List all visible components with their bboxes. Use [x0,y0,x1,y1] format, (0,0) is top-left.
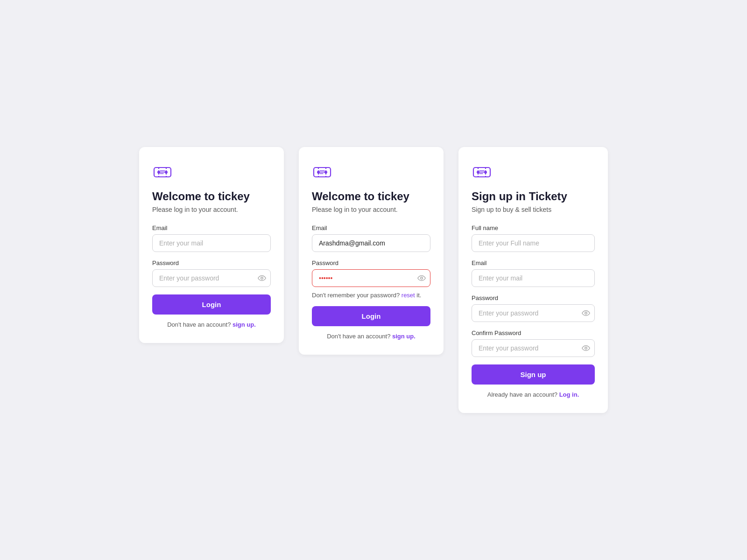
card-footer: Don't have an account? sign up. [152,321,271,328]
card-title: Sign up in Tickety [472,190,595,203]
ticket-icon [312,162,332,182]
svg-point-9 [477,171,479,174]
input-confirm-password[interactable] [472,339,595,357]
card-footer: Already have an account? Log in. [472,391,595,398]
toggle-password-button[interactable] [582,309,590,317]
card-subtitle: Please log in to your account. [152,206,271,213]
label-email-error: Email [312,224,430,231]
svg-point-5 [317,171,320,174]
label-password-signup: Password [472,294,595,301]
footer-link[interactable]: sign up. [392,333,416,340]
input-email-clean[interactable] [152,234,271,252]
input-wrapper-email-error [312,234,430,252]
input-wrapper-password-clean [152,269,271,287]
footer-link[interactable]: sign up. [233,321,256,328]
form-group-email-clean: Email [152,224,271,252]
label-fullname: Full name [472,224,595,231]
label-confirm-password: Confirm Password [472,329,595,336]
toggle-password-button[interactable] [258,274,266,282]
login-error-button[interactable]: Login [312,306,430,326]
input-email-signup[interactable] [472,269,595,287]
form-group-password-error: Password [312,259,430,287]
input-wrapper-fullname [472,234,595,252]
toggle-password-button[interactable] [417,274,426,282]
toggle-password-button[interactable] [582,344,590,352]
label-password-error: Password [312,259,430,266]
svg-point-3 [261,277,263,280]
footer-link[interactable]: Log in. [559,391,579,398]
card-footer: Don't have an account? sign up. [312,333,430,340]
ticket-icon [152,162,173,182]
form-group-email-signup: Email [472,259,595,287]
input-password-clean[interactable] [152,269,271,287]
input-fullname[interactable] [472,234,595,252]
svg-point-7 [421,277,423,280]
card-title: Welcome to tickey [152,190,271,203]
input-wrapper-password-signup [472,304,595,322]
input-password-error[interactable] [312,269,430,287]
ticket-icon [472,162,492,182]
card-subtitle: Please log in to your account. [312,206,430,213]
label-password-clean: Password [152,259,271,266]
input-email-error[interactable] [312,234,430,252]
form-group-confirm-password: Confirm Password [472,329,595,357]
svg-point-11 [585,312,587,315]
login-clean-button[interactable]: Login [152,294,271,315]
svg-point-6 [324,171,327,174]
input-wrapper-confirm-password [472,339,595,357]
forgot-password-text: Don't remember your password? reset it. [312,292,430,299]
form-group-email-error: Email [312,224,430,252]
reset-password-link[interactable]: reset [402,292,415,299]
svg-point-10 [484,171,487,174]
label-email-clean: Email [152,224,271,231]
form-group-password-signup: Password [472,294,595,322]
input-password-signup[interactable] [472,304,595,322]
form-group-password-clean: Password [152,259,271,287]
cards-container: Welcome to tickeyPlease log in to your a… [139,147,608,413]
card-subtitle: Sign up to buy & sell tickets [472,206,595,213]
form-group-fullname: Full name [472,224,595,252]
svg-point-12 [585,347,587,350]
card-login-error: Welcome to tickeyPlease log in to your a… [299,147,444,355]
input-wrapper-email-clean [152,234,271,252]
card-signup: Sign up in TicketySign up to buy & sell … [458,147,608,413]
svg-point-1 [157,171,160,174]
input-wrapper-email-signup [472,269,595,287]
label-email-signup: Email [472,259,595,266]
card-login-clean: Welcome to tickeyPlease log in to your a… [139,147,284,343]
card-title: Welcome to tickey [312,190,430,203]
input-wrapper-password-error [312,269,430,287]
svg-point-2 [165,171,168,174]
signup-button[interactable]: Sign up [472,364,595,385]
